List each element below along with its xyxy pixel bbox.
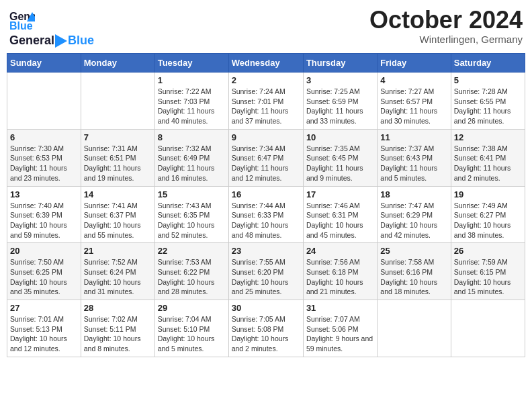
day-info: Sunrise: 7:44 AMSunset: 6:33 PMDaylight:… [232,201,300,240]
day-number: 9 [232,132,300,142]
day-info: Sunrise: 7:31 AMSunset: 6:51 PMDaylight:… [84,144,152,183]
day-info: Sunrise: 7:38 AMSunset: 6:41 PMDaylight:… [454,144,522,183]
day-number: 16 [232,189,300,199]
day-number: 10 [306,132,374,142]
day-number: 5 [454,75,522,85]
day-number: 7 [84,132,152,142]
day-number: 1 [158,75,226,85]
day-number: 18 [380,189,447,199]
calendar-cell: 31Sunrise: 7:07 AMSunset: 5:06 PMDayligh… [303,300,377,357]
calendar-cell: 7Sunrise: 7:31 AMSunset: 6:51 PMDaylight… [81,129,154,186]
calendar-cell: 15Sunrise: 7:43 AMSunset: 6:35 PMDayligh… [154,186,228,243]
day-number: 2 [232,75,300,85]
day-number: 28 [84,303,152,313]
weekday-header-wednesday: Wednesday [228,54,303,73]
logo-triangle-icon [55,34,67,48]
day-number: 3 [306,75,374,85]
calendar-cell: 14Sunrise: 7:41 AMSunset: 6:37 PMDayligh… [81,186,154,243]
day-info: Sunrise: 7:22 AMSunset: 7:03 PMDaylight:… [158,87,226,126]
calendar-cell: 29Sunrise: 7:04 AMSunset: 5:10 PMDayligh… [154,300,228,357]
day-number: 23 [232,246,300,256]
calendar-cell: 20Sunrise: 7:50 AMSunset: 6:25 PMDayligh… [7,243,81,300]
calendar-cell: 19Sunrise: 7:49 AMSunset: 6:27 PMDayligh… [451,186,525,243]
calendar-cell: 9Sunrise: 7:34 AMSunset: 6:47 PMDaylight… [228,129,303,186]
day-number: 24 [306,246,374,256]
location-subtitle: Winterlingen, Germany [369,34,523,45]
day-info: Sunrise: 7:04 AMSunset: 5:10 PMDaylight:… [158,314,226,354]
calendar-cell: 23Sunrise: 7:55 AMSunset: 6:20 PMDayligh… [228,243,303,300]
day-info: Sunrise: 7:25 AMSunset: 6:59 PMDaylight:… [306,87,374,126]
title-area: October 2024 Winterlingen, Germany [369,7,523,45]
calendar-cell [81,73,154,130]
calendar-cell: 30Sunrise: 7:05 AMSunset: 5:08 PMDayligh… [228,300,303,357]
weekday-header-thursday: Thursday [303,54,377,73]
logo-general: General [9,34,54,48]
calendar-cell: 11Sunrise: 7:37 AMSunset: 6:43 PMDayligh… [378,129,451,186]
calendar-cell: 6Sunrise: 7:30 AMSunset: 6:53 PMDaylight… [7,129,81,186]
svg-text:Blue: Blue [9,20,33,32]
calendar-cell [378,300,451,357]
day-info: Sunrise: 7:50 AMSunset: 6:25 PMDaylight:… [10,257,78,297]
calendar-cell: 1Sunrise: 7:22 AMSunset: 7:03 PMDaylight… [154,73,228,130]
weekday-header-tuesday: Tuesday [154,54,228,73]
calendar-cell: 25Sunrise: 7:58 AMSunset: 6:16 PMDayligh… [378,243,451,300]
day-info: Sunrise: 7:43 AMSunset: 6:35 PMDaylight:… [158,201,226,240]
month-title: October 2024 [369,7,523,34]
day-info: Sunrise: 7:59 AMSunset: 6:15 PMDaylight:… [454,257,522,297]
calendar-cell: 24Sunrise: 7:56 AMSunset: 6:18 PMDayligh… [303,243,377,300]
day-number: 22 [158,246,226,256]
day-number: 25 [380,246,447,256]
day-info: Sunrise: 7:47 AMSunset: 6:29 PMDaylight:… [380,201,447,240]
day-number: 26 [454,246,522,256]
day-info: Sunrise: 7:30 AMSunset: 6:53 PMDaylight:… [10,144,78,183]
day-number: 8 [158,132,226,142]
day-info: Sunrise: 7:34 AMSunset: 6:47 PMDaylight:… [232,144,300,183]
calendar-cell: 8Sunrise: 7:32 AMSunset: 6:49 PMDaylight… [154,129,228,186]
day-number: 20 [10,246,78,256]
calendar-cell: 26Sunrise: 7:59 AMSunset: 6:15 PMDayligh… [451,243,525,300]
day-info: Sunrise: 7:53 AMSunset: 6:22 PMDaylight:… [158,257,226,297]
day-number: 27 [10,303,78,313]
weekday-header-monday: Monday [81,54,154,73]
calendar-cell: 3Sunrise: 7:25 AMSunset: 6:59 PMDaylight… [303,73,377,130]
day-info: Sunrise: 7:37 AMSunset: 6:43 PMDaylight:… [380,144,447,183]
calendar-cell [451,300,525,357]
day-info: Sunrise: 7:41 AMSunset: 6:37 PMDaylight:… [84,201,152,240]
day-info: Sunrise: 7:24 AMSunset: 7:01 PMDaylight:… [232,87,300,126]
logo: General Blue General Blue [9,7,94,48]
calendar-cell: 13Sunrise: 7:40 AMSunset: 6:39 PMDayligh… [7,186,81,243]
day-number: 19 [454,189,522,199]
weekday-header-saturday: Saturday [451,54,525,73]
day-number: 11 [380,132,447,142]
calendar-cell: 21Sunrise: 7:52 AMSunset: 6:24 PMDayligh… [81,243,154,300]
calendar-cell [7,73,81,130]
day-number: 17 [306,189,374,199]
day-number: 13 [10,189,78,199]
day-number: 30 [232,303,300,313]
logo-blue: Blue [68,34,94,48]
day-info: Sunrise: 7:40 AMSunset: 6:39 PMDaylight:… [10,201,78,240]
day-info: Sunrise: 7:58 AMSunset: 6:16 PMDaylight:… [380,257,447,297]
svg-marker-3 [55,34,67,48]
day-info: Sunrise: 7:07 AMSunset: 5:06 PMDaylight:… [306,314,374,354]
calendar-cell: 4Sunrise: 7:27 AMSunset: 6:57 PMDaylight… [378,73,451,130]
page-header: General Blue General Blue October 2024 W… [7,7,525,48]
calendar-cell: 5Sunrise: 7:28 AMSunset: 6:55 PMDaylight… [451,73,525,130]
calendar-cell: 10Sunrise: 7:35 AMSunset: 6:45 PMDayligh… [303,129,377,186]
day-info: Sunrise: 7:28 AMSunset: 6:55 PMDaylight:… [454,87,522,126]
calendar-table: SundayMondayTuesdayWednesdayThursdayFrid… [7,53,525,357]
day-number: 4 [380,75,447,85]
day-number: 12 [454,132,522,142]
day-info: Sunrise: 7:35 AMSunset: 6:45 PMDaylight:… [306,144,374,183]
day-info: Sunrise: 7:32 AMSunset: 6:49 PMDaylight:… [158,144,226,183]
day-info: Sunrise: 7:56 AMSunset: 6:18 PMDaylight:… [306,257,374,297]
day-info: Sunrise: 7:55 AMSunset: 6:20 PMDaylight:… [232,257,300,297]
day-number: 6 [10,132,78,142]
calendar-cell: 27Sunrise: 7:01 AMSunset: 5:13 PMDayligh… [7,300,81,357]
day-number: 31 [306,303,374,313]
day-info: Sunrise: 7:46 AMSunset: 6:31 PMDaylight:… [306,201,374,240]
day-number: 21 [84,246,152,256]
day-info: Sunrise: 7:01 AMSunset: 5:13 PMDaylight:… [10,314,78,354]
day-info: Sunrise: 7:49 AMSunset: 6:27 PMDaylight:… [454,201,522,240]
day-info: Sunrise: 7:02 AMSunset: 5:11 PMDaylight:… [84,314,152,354]
